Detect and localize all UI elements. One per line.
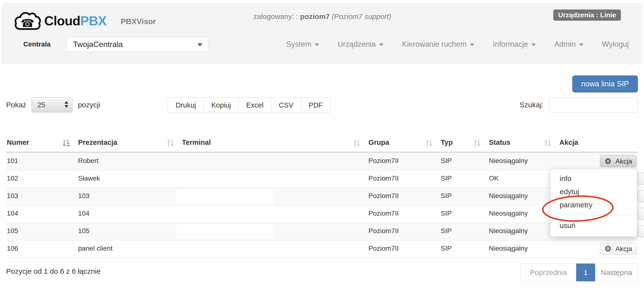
sort-both-icon bbox=[544, 139, 551, 147]
column-header-status[interactable]: Status bbox=[488, 135, 559, 152]
table-row: 103 103 Poziom7II SIP Nieosiągalny bbox=[6, 188, 638, 205]
table-row: 104 104 Poziom7II SIP Nieosiągalny bbox=[6, 205, 638, 223]
row-action-button-partial[interactable] bbox=[638, 173, 644, 185]
column-header-grupa[interactable]: Grupa bbox=[368, 135, 440, 152]
centrala-selected-value: TwojaCentrala bbox=[73, 40, 123, 49]
cell-status: Nieosiągalny bbox=[488, 205, 559, 223]
table-controls: Pokaż 25 pozycji Drukuj Kopiuj Excel CSV… bbox=[6, 97, 638, 113]
pdf-button[interactable]: PDF bbox=[301, 97, 330, 113]
sort-both-icon bbox=[166, 139, 174, 147]
cell-status: Nieosiągalny bbox=[488, 153, 559, 170]
cell-prezentacja: panel client bbox=[77, 240, 181, 258]
cell-grupa: Poziom7II bbox=[368, 205, 440, 223]
row-action-button-partial[interactable] bbox=[638, 225, 644, 237]
nav-item-kierowanie-ruchem[interactable]: Kierowanie ruchem bbox=[402, 40, 474, 49]
print-button[interactable]: Drukuj bbox=[168, 97, 204, 113]
column-header-typ[interactable]: Typ bbox=[440, 135, 488, 152]
menu-item-edytuj[interactable]: edytuj bbox=[550, 185, 637, 198]
pagination-prev[interactable]: Poprzednia bbox=[521, 263, 576, 281]
header-row-top: ☎ CloudPBX PBXVisor zalogowany: : poziom… bbox=[13, 7, 632, 34]
export-button-group: Drukuj Kopiuj Excel CSV PDF bbox=[168, 97, 330, 113]
row-action-button[interactable]: ⚙ Akcja bbox=[600, 243, 636, 255]
app-title: PBXVisor bbox=[121, 17, 156, 26]
menu-divider bbox=[550, 215, 637, 215]
table-header-row: Numer Prezentacja Terminal bbox=[6, 135, 638, 153]
entries-label: pozycji bbox=[78, 101, 100, 109]
row-action-button-open[interactable]: ⚙ Akcja bbox=[600, 155, 636, 167]
caret-down-icon bbox=[579, 44, 584, 46]
cell-numer: 105 bbox=[6, 223, 77, 240]
excel-button[interactable]: Excel bbox=[238, 97, 271, 113]
cell-typ: SIP bbox=[440, 240, 488, 258]
terminal-redaction-box bbox=[176, 189, 274, 204]
cell-grupa: Poziom7II bbox=[368, 188, 440, 205]
centrala-label: Centrala bbox=[23, 40, 50, 48]
cell-prezentacja: 103 bbox=[77, 188, 181, 205]
cell-typ: SIP bbox=[440, 223, 488, 240]
show-label: Pokaż bbox=[6, 101, 26, 109]
cell-terminal bbox=[181, 240, 368, 258]
cell-status: Nieosiągalny bbox=[488, 223, 559, 240]
search-input[interactable] bbox=[548, 97, 638, 112]
nav-item-wyloguj[interactable]: Wyloguj bbox=[602, 40, 629, 49]
csv-button[interactable]: CSV bbox=[271, 97, 301, 113]
menu-item-info[interactable]: info bbox=[550, 172, 637, 185]
cell-terminal bbox=[181, 205, 368, 223]
cell-typ: SIP bbox=[440, 153, 488, 170]
app-logo: ☎ CloudPBX bbox=[13, 10, 106, 32]
cell-grupa: Poziom7II bbox=[368, 170, 440, 188]
cell-akcja: ⚙ Akcja bbox=[559, 240, 638, 258]
sort-both-icon bbox=[425, 139, 433, 147]
pagination: Poprzednia 1 Następna bbox=[520, 263, 638, 281]
cell-grupa: Poziom7II bbox=[368, 153, 440, 170]
cell-status: OK bbox=[488, 170, 559, 188]
search-label: Szukaj: bbox=[520, 101, 544, 109]
pagination-page-1[interactable]: 1 bbox=[576, 263, 595, 281]
cell-numer: 103 bbox=[6, 188, 77, 205]
nav-item-informacje[interactable]: Informacje bbox=[493, 40, 536, 49]
row-action-button-partial[interactable] bbox=[638, 208, 644, 220]
cell-status: Nieosiągalny bbox=[488, 240, 559, 258]
menu-item-parametry[interactable]: parametry bbox=[550, 198, 637, 211]
logged-in-role: (Poziom7 support) bbox=[332, 13, 391, 21]
cell-typ: SIP bbox=[440, 205, 488, 223]
cell-terminal bbox=[181, 170, 368, 188]
cell-numer: 101 bbox=[6, 153, 77, 170]
table-row: 102 Sławek Poziom7II SIP OK bbox=[6, 170, 638, 188]
sort-both-icon bbox=[353, 139, 360, 147]
gear-icon: ⚙ bbox=[604, 245, 612, 253]
nav-item-system[interactable]: System bbox=[286, 40, 319, 49]
table-row: 101 Robert Poziom7II SIP Nieosiągalny ⚙ … bbox=[6, 153, 638, 170]
pbxvisor-page: ☎ CloudPBX PBXVisor zalogowany: : poziom… bbox=[0, 0, 644, 293]
nav-item-admin[interactable]: Admin bbox=[554, 40, 584, 49]
pagination-next[interactable]: Następna bbox=[595, 263, 638, 281]
column-header-terminal[interactable]: Terminal bbox=[181, 135, 368, 152]
column-header-numer[interactable]: Numer bbox=[6, 135, 77, 152]
cell-prezentacja: 105 bbox=[77, 223, 181, 240]
cell-prezentacja: 104 bbox=[77, 205, 181, 223]
column-header-prezentacja[interactable]: Prezentacja bbox=[77, 135, 181, 152]
spinner-arrows-icon bbox=[64, 101, 68, 108]
sort-both-icon bbox=[474, 139, 481, 147]
cell-typ: SIP bbox=[440, 170, 488, 188]
cell-prezentacja: Robert bbox=[77, 153, 181, 170]
main-nav: System Urządzenia Kierowanie ruchem Info… bbox=[286, 40, 629, 49]
row-action-button-partial[interactable] bbox=[638, 190, 644, 202]
sip-lines-table: Numer Prezentacja Terminal bbox=[6, 135, 638, 258]
cell-status: Nieosiągalny bbox=[488, 188, 559, 205]
centrala-select[interactable]: TwojaCentrala bbox=[66, 37, 209, 52]
nav-item-urzadzenia[interactable]: Urządzenia bbox=[338, 40, 384, 49]
menu-item-usun[interactable]: usuń bbox=[550, 217, 637, 232]
new-sip-line-button[interactable]: nowa linia SIP bbox=[572, 76, 638, 93]
logged-in-user: poziom7 bbox=[300, 13, 330, 21]
page-size-select[interactable]: 25 bbox=[32, 97, 72, 112]
search-control: Szukaj: bbox=[520, 97, 638, 112]
page-size-value: 25 bbox=[37, 101, 45, 109]
cell-prezentacja: Sławek bbox=[77, 170, 181, 188]
table-row: 105 105 Poziom7II SIP Nieosiągalny bbox=[6, 223, 638, 240]
logo-text: CloudPBX bbox=[44, 13, 106, 28]
cell-numer: 102 bbox=[6, 170, 77, 188]
table-row: 106 panel client Poziom7II SIP Nieosiąga… bbox=[6, 240, 638, 258]
copy-button[interactable]: Kopiuj bbox=[204, 97, 239, 113]
header-panel: ☎ CloudPBX PBXVisor zalogowany: : poziom… bbox=[2, 3, 642, 64]
